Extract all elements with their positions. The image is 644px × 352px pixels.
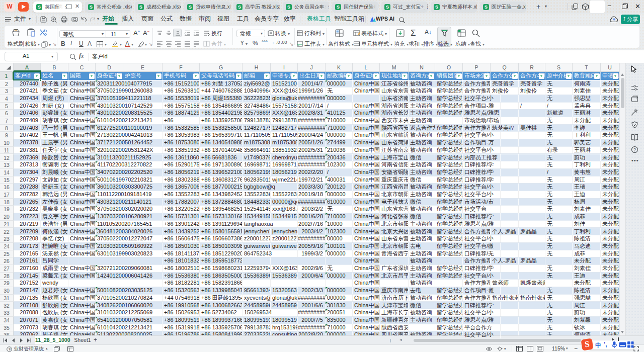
- svg-text:⚜: ⚜: [8, 347, 12, 351]
- svg-text:?: ?: [633, 147, 636, 152]
